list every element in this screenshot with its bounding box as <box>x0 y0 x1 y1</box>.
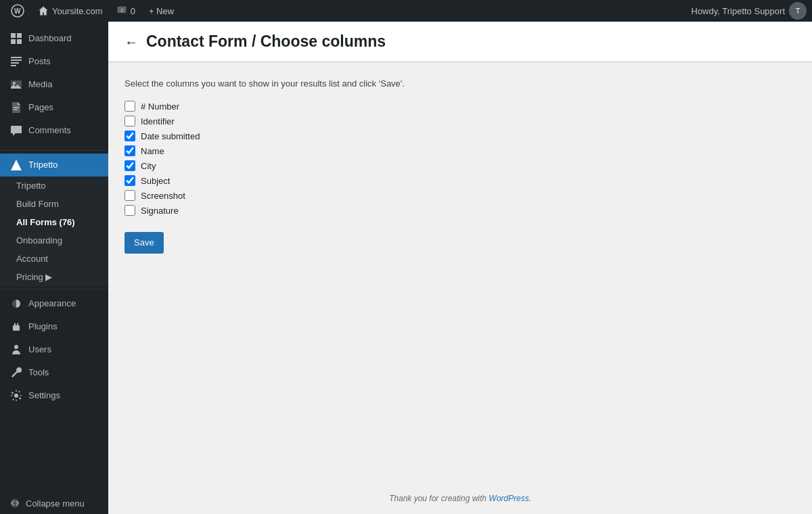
submenu-onboarding[interactable]: Onboarding <box>0 231 108 250</box>
svg-marker-15 <box>11 160 22 170</box>
checkbox-signature[interactable]: Signature <box>125 205 796 216</box>
sidebar: Dashboard Posts Media Page <box>0 22 108 514</box>
pages-icon <box>9 101 23 114</box>
svg-text:W: W <box>14 7 21 15</box>
comments-item[interactable]: 0 0 <box>111 0 141 22</box>
sidebar-item-settings[interactable]: Settings <box>0 384 108 407</box>
checkbox-number-label: # Number <box>141 101 179 112</box>
svg-rect-7 <box>11 57 22 58</box>
checkbox-number[interactable]: # Number <box>125 101 796 112</box>
checkbox-screenshot[interactable]: Screenshot <box>125 190 796 201</box>
plugins-label: Plugins <box>28 321 58 333</box>
svg-rect-6 <box>17 39 22 44</box>
tripetto-label: Tripetto <box>28 159 58 171</box>
sidebar-item-tools[interactable]: Tools <box>0 361 108 384</box>
checkbox-date-submitted-input[interactable] <box>125 131 135 141</box>
new-item[interactable]: + New <box>143 0 179 22</box>
submenu-build-form[interactable]: Build Form <box>0 195 108 213</box>
checkbox-date-submitted[interactable]: Date submitted <box>125 131 796 141</box>
save-button[interactable]: Save <box>125 232 164 254</box>
checkbox-number-input[interactable] <box>125 101 135 112</box>
checkbox-subject-input[interactable] <box>125 175 135 186</box>
svg-text:0: 0 <box>120 7 123 14</box>
wp-logo-item[interactable]: W <box>5 0 30 22</box>
svg-rect-10 <box>11 65 16 66</box>
submenu-account[interactable]: Account <box>0 250 108 268</box>
plugins-icon <box>9 320 23 333</box>
checkbox-subject-label: Subject <box>141 176 170 186</box>
submenu-build-form-label: Build Form <box>16 199 59 209</box>
checkbox-screenshot-input[interactable] <box>125 190 135 201</box>
checkbox-identifier-label: Identifier <box>141 116 175 126</box>
checkbox-city[interactable]: City <box>125 160 796 171</box>
comment-icon: 0 <box>116 5 127 16</box>
svg-point-20 <box>14 345 18 349</box>
submenu-all-forms[interactable]: All Forms (76) <box>0 213 108 231</box>
divider-2 <box>0 289 108 289</box>
page-content: Select the columns you want to show in y… <box>108 62 812 483</box>
home-icon <box>38 5 49 16</box>
collapse-menu-button[interactable]: Collapse menu <box>0 492 108 514</box>
checkbox-city-input[interactable] <box>125 160 135 171</box>
page-footer: Thank you for creating with WordPress. <box>108 483 812 514</box>
submenu-onboarding-label: Onboarding <box>16 235 62 246</box>
collapse-icon <box>9 498 20 509</box>
svg-rect-19 <box>17 323 18 325</box>
back-button[interactable]: ← <box>125 35 138 49</box>
submenu-pricing-label: Pricing ▶ <box>16 272 52 282</box>
checkbox-subject[interactable]: Subject <box>125 175 796 186</box>
content-area: ← Contact Form / Choose columns Select t… <box>108 22 812 514</box>
svg-rect-14 <box>14 109 18 110</box>
sidebar-item-pages[interactable]: Pages <box>0 96 108 119</box>
sidebar-item-appearance[interactable]: Appearance <box>0 292 108 315</box>
checkbox-signature-label: Signature <box>141 206 179 216</box>
svg-point-21 <box>14 394 18 398</box>
sidebar-item-plugins[interactable]: Plugins <box>0 315 108 338</box>
users-icon <box>9 343 23 356</box>
svg-rect-18 <box>14 323 16 325</box>
checkbox-identifier[interactable]: Identifier <box>125 116 796 126</box>
site-name: Yoursite.com <box>52 6 103 16</box>
comments-label: Comments <box>28 124 71 137</box>
submenu-tripetto-label: Tripetto <box>16 181 46 191</box>
site-name-item[interactable]: Yoursite.com <box>32 0 108 22</box>
sidebar-item-comments[interactable]: Comments <box>0 119 108 142</box>
page-title: Contact Form / Choose columns <box>146 32 386 51</box>
sidebar-item-tripetto[interactable]: Tripetto <box>0 154 108 177</box>
svg-rect-3 <box>11 33 16 38</box>
checkbox-name-label: Name <box>141 146 164 156</box>
collapse-label: Collapse menu <box>26 498 85 509</box>
wordpress-link[interactable]: WordPress <box>489 494 528 503</box>
checkbox-name-input[interactable] <box>125 145 135 156</box>
appearance-label: Appearance <box>28 298 76 310</box>
footer-suffix: . <box>529 494 531 503</box>
pages-label: Pages <box>28 101 53 114</box>
checkbox-identifier-input[interactable] <box>125 116 135 126</box>
submenu-tripetto[interactable]: Tripetto <box>0 177 108 195</box>
submenu-pricing[interactable]: Pricing ▶ <box>0 268 108 286</box>
checkbox-name[interactable]: Name <box>125 145 796 156</box>
checkbox-screenshot-label: Screenshot <box>141 191 185 201</box>
svg-rect-4 <box>17 33 22 38</box>
sidebar-item-dashboard[interactable]: Dashboard <box>0 27 108 50</box>
svg-rect-5 <box>11 39 16 44</box>
sidebar-item-users[interactable]: Users <box>0 338 108 361</box>
checkbox-date-submitted-label: Date submitted <box>141 131 200 141</box>
sidebar-item-media[interactable]: Media <box>0 73 108 96</box>
new-label: + New <box>149 6 174 16</box>
checkbox-signature-input[interactable] <box>125 205 135 216</box>
dashboard-icon <box>9 32 23 45</box>
divider-1 <box>0 150 108 151</box>
footer-text: Thank you for creating with <box>389 494 489 503</box>
svg-rect-8 <box>11 60 22 61</box>
description-text: Select the columns you want to show in y… <box>125 78 796 89</box>
wp-logo-icon: W <box>11 4 24 18</box>
dashboard-label: Dashboard <box>28 32 72 45</box>
submenu-account-label: Account <box>16 254 48 264</box>
svg-rect-17 <box>13 325 20 331</box>
svg-rect-13 <box>14 107 19 108</box>
admin-bar: W Yoursite.com 0 0 + New Howdy, Tripetto… <box>0 0 812 22</box>
media-icon <box>9 78 23 91</box>
sidebar-item-posts[interactable]: Posts <box>0 50 108 73</box>
appearance-icon <box>9 297 23 310</box>
